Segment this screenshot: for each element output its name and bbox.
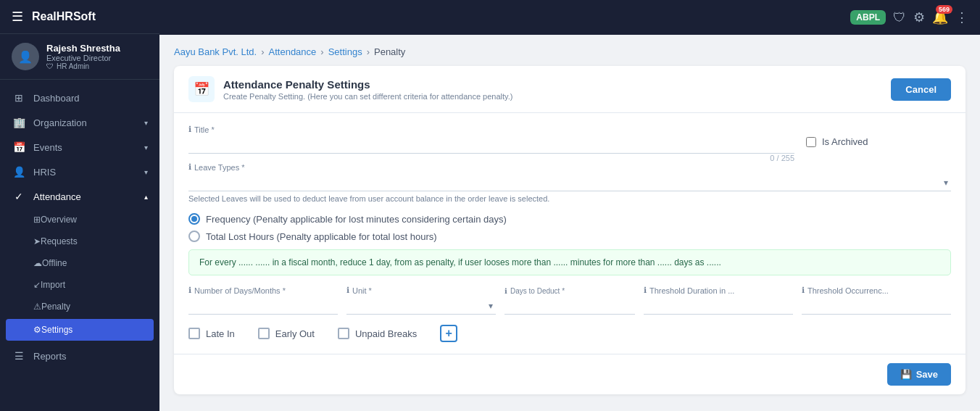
- save-icon: 💾: [900, 369, 912, 380]
- events-icon: 📅: [12, 141, 26, 153]
- requests-icon: ➤: [33, 236, 41, 246]
- total-lost-radio-item[interactable]: Total Lost Hours (Penalty applicable for…: [188, 231, 951, 242]
- sidebar: ☰ RealHRSoft 👤 Rajesh Shrestha Executive…: [0, 0, 159, 411]
- hris-icon: 👤: [12, 166, 26, 178]
- title-input[interactable]: [188, 136, 794, 154]
- sidebar-item-settings[interactable]: ⚙ Settings: [6, 319, 154, 341]
- sidebar-item-attendance[interactable]: ✓ Attendance ▴: [0, 184, 159, 209]
- number-of-days-field: ℹ Number of Days/Months *: [188, 286, 338, 315]
- leave-types-help: Selected Leaves will be used to deduct l…: [188, 194, 951, 203]
- days-to-deduct-input[interactable]: 1: [504, 297, 635, 315]
- info-icon: ℹ: [504, 287, 507, 295]
- is-archived-checkbox[interactable]: [806, 137, 816, 147]
- sidebar-item-organization[interactable]: 🏢 Organization ▾: [0, 110, 159, 135]
- company-badge[interactable]: ABPL: [850, 10, 886, 25]
- leave-types-row: ℹ Leave Types * Selected Leaves will be …: [188, 162, 951, 203]
- frequency-radio-item[interactable]: Frequency (Penalty applicable for lost m…: [188, 213, 951, 225]
- sidebar-item-offline[interactable]: ☁ Offline: [0, 252, 159, 274]
- sidebar-item-hris[interactable]: 👤 HRIS ▾: [0, 159, 159, 184]
- sidebar-item-dashboard[interactable]: ⊞ Dashboard: [0, 86, 159, 110]
- number-of-days-input[interactable]: [188, 297, 338, 315]
- settings-icon[interactable]: ⚙: [913, 9, 925, 25]
- sidebar-item-reports[interactable]: ☰ Reports: [0, 344, 159, 368]
- sidebar-item-requests[interactable]: ➤ Requests: [0, 231, 159, 252]
- is-archived-wrap: Is Archived: [806, 125, 951, 147]
- sidebar-item-import[interactable]: ↙ Import: [0, 274, 159, 296]
- info-icon: ℹ: [188, 125, 191, 134]
- dashboard-icon: ⊞: [12, 92, 26, 104]
- sidebar-item-label: Settings: [41, 325, 72, 335]
- page-subtitle: Create Penalty Setting. (Here you can se…: [223, 92, 512, 101]
- penalty-icon: ⚠: [33, 302, 41, 312]
- breadcrumb-settings[interactable]: Settings: [328, 46, 362, 57]
- sidebar-item-penalty[interactable]: ⚠ Penalty: [0, 296, 159, 317]
- notification-icon[interactable]: 🔔 569: [932, 9, 948, 25]
- add-button[interactable]: +: [440, 325, 457, 342]
- sidebar-item-label: Offline: [42, 258, 67, 268]
- sidebar-item-label: Attendance: [33, 191, 81, 202]
- penalty-settings-card: 📅 Attendance Penalty Settings Create Pen…: [174, 66, 966, 394]
- sidebar-item-label: Import: [41, 280, 65, 290]
- unpaid-breaks-checkbox[interactable]: [338, 328, 349, 339]
- shield-icon: 🛡: [46, 62, 54, 70]
- early-out-checkbox-item[interactable]: Early Out: [258, 328, 315, 339]
- early-out-label: Early Out: [275, 328, 315, 339]
- sidebar-item-label: Dashboard: [33, 93, 80, 104]
- more-options-icon[interactable]: ⋮: [955, 9, 968, 25]
- title-field-label: ℹ Title *: [188, 125, 794, 134]
- late-in-label: Late In: [206, 328, 235, 339]
- hamburger-icon[interactable]: ☰: [12, 9, 23, 25]
- sidebar-item-label: Reports: [33, 351, 67, 362]
- save-button[interactable]: 💾 Save: [887, 363, 951, 386]
- info-icon: ℹ: [188, 286, 191, 295]
- card-header: 📅 Attendance Penalty Settings Create Pen…: [174, 66, 966, 113]
- sidebar-item-events[interactable]: 📅 Events ▾: [0, 135, 159, 159]
- card-body: ℹ Title * 0 / 255 Is Archived ℹ: [174, 113, 966, 354]
- late-in-checkbox[interactable]: [188, 328, 200, 339]
- threshold-occurrence-input[interactable]: [802, 297, 951, 315]
- attendance-icon: ✓: [12, 191, 26, 202]
- info-icon: ℹ: [802, 286, 805, 295]
- overview-icon: ⊞: [33, 215, 41, 225]
- form-grid: ℹ Number of Days/Months * ℹ Unit *: [188, 286, 951, 315]
- days-to-deduct-field: ℹ Days to Deduct * 1: [504, 287, 635, 315]
- frequency-label: Frequency (Penalty applicable for lost m…: [206, 214, 507, 225]
- top-bar: ABPL 🛡 ⚙ 🔔 569 ⋮: [159, 0, 980, 35]
- breadcrumb-attendance[interactable]: Attendance: [269, 46, 317, 57]
- sidebar-header: ☰ RealHRSoft: [0, 0, 159, 34]
- info-icon: ℹ: [644, 286, 647, 295]
- sidebar-item-label: HRIS: [33, 167, 56, 178]
- frequency-radio-button[interactable]: [188, 213, 200, 225]
- threshold-duration-input[interactable]: [644, 297, 793, 315]
- early-out-checkbox[interactable]: [258, 328, 270, 339]
- cancel-button[interactable]: Cancel: [891, 78, 951, 101]
- leave-types-select[interactable]: [188, 174, 951, 191]
- total-lost-radio-button[interactable]: [188, 231, 200, 242]
- sidebar-item-overview[interactable]: ⊞ Overview: [0, 209, 159, 231]
- content-area: Aayu Bank Pvt. Ltd. › Attendance › Setti…: [159, 35, 980, 411]
- shield-icon[interactable]: 🛡: [893, 10, 906, 25]
- unit-field: ℹ Unit *: [346, 286, 496, 315]
- sidebar-item-label: Penalty: [41, 302, 70, 312]
- is-archived-label: Is Archived: [822, 136, 868, 147]
- reports-icon: ☰: [12, 350, 26, 362]
- sidebar-item-label: Requests: [41, 236, 78, 246]
- chevron-down-icon: ▾: [144, 144, 148, 151]
- notification-badge: 569: [936, 5, 952, 14]
- offline-icon: ☁: [33, 258, 42, 268]
- breadcrumb-sep: ›: [261, 46, 264, 57]
- chevron-down-icon: ▾: [144, 119, 148, 127]
- char-count: 0 / 255: [188, 154, 794, 162]
- total-lost-label: Total Lost Hours (Penalty applicable for…: [206, 231, 437, 242]
- sidebar-user: 👤 Rajesh Shrestha Executive Director 🛡 H…: [0, 34, 159, 80]
- breadcrumb-company[interactable]: Aayu Bank Pvt. Ltd.: [174, 46, 257, 57]
- chevron-up-icon: ▴: [144, 193, 148, 201]
- penalty-type-radio-group: Frequency (Penalty applicable for lost m…: [188, 213, 951, 242]
- page-title: Attendance Penalty Settings: [223, 78, 512, 91]
- late-in-checkbox-item[interactable]: Late In: [188, 328, 235, 339]
- title-row: ℹ Title * 0 / 255 Is Archived: [188, 125, 951, 162]
- unpaid-breaks-checkbox-item[interactable]: Unpaid Breaks: [338, 328, 417, 339]
- unit-select[interactable]: [346, 297, 496, 315]
- main-content: ABPL 🛡 ⚙ 🔔 569 ⋮ Aayu Bank Pvt. Ltd. › A…: [159, 0, 980, 411]
- user-role: 🛡 HR Admin: [46, 62, 120, 70]
